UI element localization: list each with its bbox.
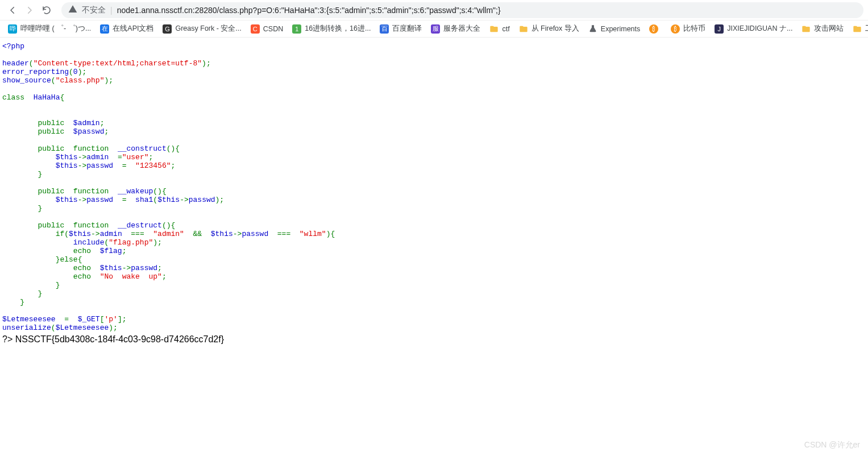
bookmark-label: ctf xyxy=(502,25,509,33)
bookmark-item[interactable]: Experiments xyxy=(586,23,642,35)
bookmark-label: 工具 xyxy=(865,24,868,34)
favicon: 哔 xyxy=(8,24,17,34)
bookmark-label: 攻击网站 xyxy=(814,24,844,34)
bookmark-label: 百度翻译 xyxy=(392,24,422,34)
bookmark-label: JIXIEJIDIGUAN ナ... xyxy=(727,24,792,34)
favicon: 在 xyxy=(100,24,109,34)
folder-icon xyxy=(519,24,528,34)
bookmark-label: 比特币 xyxy=(683,24,705,34)
bookmark-label: 服务器大全 xyxy=(443,24,480,34)
favicon: 服 xyxy=(431,24,440,34)
bookmark-item[interactable]: 工具 xyxy=(850,23,868,35)
bookmark-item[interactable]: 攻击网站 xyxy=(799,23,846,35)
favicon: 百 xyxy=(380,24,389,34)
bookmark-label: 16进制转换，16进... xyxy=(305,24,371,34)
bookmark-item[interactable]: JJIXIEJIDIGUAN ナ... xyxy=(712,23,795,35)
bookmark-item[interactable]: 116进制转换，16进... xyxy=(290,23,373,35)
bookmark-label: 从 Firefox 导入 xyxy=(531,24,579,34)
favicon: C xyxy=(251,24,260,34)
address-bar[interactable]: 不安全 | node1.anna.nssctf.cn:28280/class.p… xyxy=(61,2,863,18)
back-button[interactable] xyxy=(5,2,20,18)
bookmark-label: Greasy Fork - 安全... xyxy=(175,24,241,34)
bookmark-label: CSDN xyxy=(263,25,283,33)
bookmark-item[interactable]: CCSDN xyxy=(248,23,285,35)
reload-button[interactable] xyxy=(39,2,55,18)
bookmark-label: 在线API文档 xyxy=(113,24,153,34)
bookmark-item[interactable]: ₿比特币 xyxy=(668,23,708,35)
favicon: J xyxy=(715,24,724,34)
warning-icon xyxy=(68,5,77,15)
url-text: node1.anna.nssctf.cn:28280/class.php?p=O… xyxy=(117,6,501,15)
output-line: ?> NSSCTF{5db4308c-184f-4c03-9c98-d74266… xyxy=(2,334,866,345)
php-source: <?php header("Content-type:text/html;cha… xyxy=(2,42,866,332)
flask-icon xyxy=(588,24,597,34)
favicon: ₿ xyxy=(649,24,658,34)
bookmark-label: 哔哩哔哩 ( ゜- ゜)つ... xyxy=(20,24,91,34)
bookmarks-bar: 哔哔哩哔哩 ( ゜- ゜)つ...在在线API文档GGreasy Fork - … xyxy=(0,20,868,38)
folder-icon xyxy=(489,24,499,34)
bookmark-item[interactable]: 哔哔哩哔哩 ( ゜- ゜)つ... xyxy=(6,23,93,35)
folder-icon xyxy=(853,24,862,34)
bookmark-item[interactable]: GGreasy Fork - 安全... xyxy=(160,23,243,35)
bookmark-item[interactable]: ctf xyxy=(487,23,512,35)
bookmark-label: Experiments xyxy=(601,25,640,33)
bookmark-item[interactable]: 在在线API文档 xyxy=(98,23,156,35)
insecure-label: 不安全 xyxy=(82,5,106,15)
page-content: <?php header("Content-type:text/html;cha… xyxy=(0,38,868,347)
bookmark-item[interactable]: 服服务器大全 xyxy=(429,23,483,35)
bookmark-item[interactable]: 从 Firefox 导入 xyxy=(517,23,582,35)
addr-separator: | xyxy=(110,6,113,15)
browser-toolbar: 不安全 | node1.anna.nssctf.cn:28280/class.p… xyxy=(0,0,868,20)
bookmark-item[interactable]: ₿ xyxy=(647,23,664,35)
folder-icon xyxy=(801,24,811,34)
favicon: G xyxy=(163,24,172,34)
forward-button[interactable] xyxy=(22,2,38,18)
bookmark-item[interactable]: 百百度翻译 xyxy=(377,23,424,35)
favicon: 1 xyxy=(292,24,301,34)
favicon: ₿ xyxy=(671,24,680,34)
